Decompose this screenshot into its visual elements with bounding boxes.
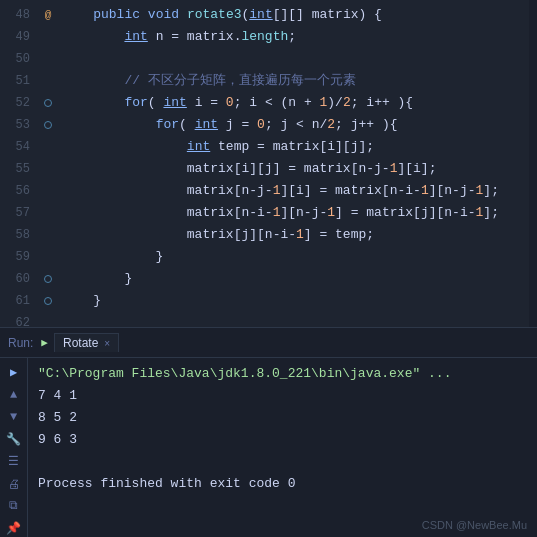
code-line: 58 matrix[j][n-i-1] = temp;: [0, 224, 529, 246]
code-text: public void rotate3(int[][] matrix) {: [58, 4, 382, 26]
pin-icon[interactable]: 📌: [4, 521, 24, 537]
breakpoint-dot: [44, 275, 52, 283]
list-icon[interactable]: ☰: [4, 454, 24, 470]
run-tab[interactable]: Rotate ×: [54, 333, 119, 352]
run-label: Run:: [8, 336, 33, 350]
line-number: 53: [0, 114, 38, 136]
line-number: 54: [0, 136, 38, 158]
code-line: 62: [0, 312, 529, 327]
line-number: 58: [0, 224, 38, 246]
line-number: 48: [0, 4, 38, 26]
code-text: matrix[j][n-i-1] = temp;: [58, 224, 374, 246]
print-icon[interactable]: 🖨: [4, 476, 24, 492]
code-text: // 不区分子矩阵，直接遍历每一个元素: [58, 70, 356, 92]
wrench-icon[interactable]: 🔧: [4, 431, 24, 447]
line-number: 51: [0, 70, 38, 92]
code-text: [58, 312, 70, 327]
output-line: 7 4 1: [38, 386, 527, 406]
code-line: 54 int temp = matrix[i][j];: [0, 136, 529, 158]
editor-main: 48@ public void rotate3(int[][] matrix) …: [0, 0, 537, 327]
run-output: "C:\Program Files\Java\jdk1.8.0_221\bin\…: [28, 358, 537, 537]
breakpoint-dot: [44, 121, 52, 129]
line-number: 61: [0, 290, 38, 312]
line-number: 55: [0, 158, 38, 180]
code-line: 56 matrix[n-j-1][i] = matrix[n-i-1][n-j-…: [0, 180, 529, 202]
run-content: ▶ ▲ ▼ 🔧 ☰ 🖨 ⧉ 📌 "C:\Program Files\Java\j…: [0, 358, 537, 537]
output-line: "C:\Program Files\Java\jdk1.8.0_221\bin\…: [38, 364, 527, 384]
play-icon[interactable]: ▶: [4, 364, 24, 380]
output-line: [38, 452, 527, 472]
run-icon: ▶: [41, 336, 48, 349]
code-line: 57 matrix[n-i-1][n-j-1] = matrix[j][n-i-…: [0, 202, 529, 224]
run-tab-name: Rotate: [63, 336, 98, 350]
down-icon[interactable]: ▼: [4, 409, 24, 425]
run-panel: Run: ▶ Rotate × ▶ ▲ ▼ 🔧 ☰ 🖨 ⧉ 📌 "C:\Prog…: [0, 327, 537, 537]
code-line: 49 int n = matrix.length;: [0, 26, 529, 48]
line-number: 49: [0, 26, 38, 48]
output-line: Process finished with exit code 0: [38, 474, 527, 494]
scrollbar-track[interactable]: [529, 0, 537, 327]
line-number: 57: [0, 202, 38, 224]
code-text: int temp = matrix[i][j];: [58, 136, 374, 158]
line-number: 62: [0, 312, 38, 327]
run-tab-close[interactable]: ×: [104, 338, 110, 349]
code-line: 52 for( int i = 0; i < (n + 1)/2; i++ ){: [0, 92, 529, 114]
code-line: 50: [0, 48, 529, 70]
watermark: CSDN @NewBee.Mu: [422, 519, 527, 531]
line-number: 50: [0, 48, 38, 70]
run-sidebar: ▶ ▲ ▼ 🔧 ☰ 🖨 ⧉ 📌: [0, 358, 28, 537]
code-text: }: [58, 246, 163, 268]
line-number: 60: [0, 268, 38, 290]
output-line: 9 6 3: [38, 430, 527, 450]
gutter-icon: @: [38, 4, 58, 26]
code-line: 61 }: [0, 290, 529, 312]
code-line: 51 // 不区分子矩阵，直接遍历每一个元素: [0, 70, 529, 92]
code-text: for( int i = 0; i < (n + 1)/2; i++ ){: [58, 92, 413, 114]
gutter-icon: [38, 275, 58, 283]
code-text: for( int j = 0; j < n/2; j++ ){: [58, 114, 398, 136]
code-line: 53 for( int j = 0; j < n/2; j++ ){: [0, 114, 529, 136]
breakpoint-dot: [44, 297, 52, 305]
code-text: matrix[n-j-1][i] = matrix[n-i-1][n-j-1];: [58, 180, 499, 202]
breakpoint-dot: [44, 99, 52, 107]
gutter-icon: [38, 297, 58, 305]
at-icon: @: [45, 4, 52, 26]
code-text: matrix[i][j] = matrix[n-j-1][i];: [58, 158, 436, 180]
code-text: [58, 48, 70, 70]
run-tab-bar: Run: ▶ Rotate ×: [0, 328, 537, 358]
copy-icon[interactable]: ⧉: [4, 498, 24, 514]
code-line: 48@ public void rotate3(int[][] matrix) …: [0, 4, 529, 26]
code-line: 55 matrix[i][j] = matrix[n-j-1][i];: [0, 158, 529, 180]
gutter-icon: [38, 121, 58, 129]
line-number: 52: [0, 92, 38, 114]
editor-area: 48@ public void rotate3(int[][] matrix) …: [0, 0, 537, 327]
output-line: 8 5 2: [38, 408, 527, 428]
up-icon[interactable]: ▲: [4, 386, 24, 402]
code-text: matrix[n-i-1][n-j-1] = matrix[j][n-i-1];: [58, 202, 499, 224]
code-text: int n = matrix.length;: [58, 26, 296, 48]
line-number: 59: [0, 246, 38, 268]
code-line: 59 }: [0, 246, 529, 268]
code-text: }: [58, 268, 132, 290]
gutter-icon: [38, 99, 58, 107]
line-number: 56: [0, 180, 38, 202]
code-line: 60 }: [0, 268, 529, 290]
code-text: }: [58, 290, 101, 312]
code-container: 48@ public void rotate3(int[][] matrix) …: [0, 0, 529, 327]
